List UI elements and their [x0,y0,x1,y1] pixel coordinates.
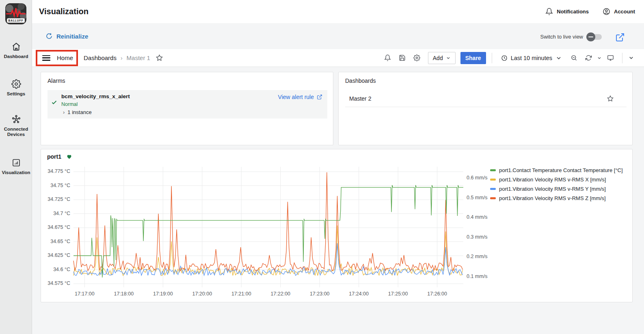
refresh-icon [45,32,53,40]
notifications-button[interactable]: Notifications [545,8,589,15]
chevron-down-icon [446,56,451,60]
y-axis-left-label: 34.625 °C [41,252,70,258]
account-button[interactable]: Account [603,8,635,15]
gear-icon [11,79,21,89]
reinitialize-button[interactable]: Reinitialize [45,32,88,40]
alert-name: bcm_velocity_rms_x_alert [61,93,130,99]
sidebar-item-visualization[interactable]: Visualization [0,158,32,175]
kiosk-mode-button[interactable] [604,52,616,64]
x-axis-label: 17:26:00 [423,291,452,297]
bell-icon [545,8,553,15]
legend-item[interactable]: port1.Vibration Velocity RMS v-RMS Y [mm… [490,184,623,194]
y-axis-right-label: 0.3 mm/s [467,234,487,240]
alarms-panel-title: Alarms [48,78,65,84]
sidebar-item-dashboard[interactable]: Dashboard [0,42,32,59]
add-button[interactable]: Add [428,52,456,64]
share-button[interactable]: Share [460,52,486,64]
zoom-out-time-button[interactable] [568,52,580,64]
time-range-picker[interactable]: Last 10 minutes [498,52,565,64]
y-axis-left-label: 34.7 °C [41,211,70,216]
chevron-down-icon [555,55,562,61]
favorite-star-icon[interactable] [156,54,163,61]
gear-icon [413,54,420,61]
x-axis-label: 17:18:00 [109,291,138,297]
y-axis-right-label: 0.6 mm/s [467,175,487,181]
sidebar-item-label: Connected Devices [0,127,32,137]
alert-rules-button[interactable] [382,52,394,64]
y-axis-right-label: 0.2 mm/s [467,254,487,259]
dashboard-list-item[interactable]: Master 2 [345,90,627,107]
alert-row: bcm_velocity_rms_x_alert Normal › 1 inst… [48,90,327,119]
y-axis-left-label: 34.6 °C [41,267,70,272]
alarms-panel: Alarms bcm_velocity_rms_x_alert Normal ›… [41,72,333,145]
x-axis-label: 17:25:00 [383,291,413,297]
y-axis-left-label: 34.675 °C [41,224,70,230]
breadcrumb-home[interactable]: Home [57,54,73,61]
y-axis-left-label: 34.75 °C [41,183,70,188]
sidebar: BALLUFF Dashboard Settings [0,0,32,334]
page: BALLUFF Dashboard Settings [0,0,644,334]
favorite-star-icon[interactable] [607,95,614,102]
save-dashboard-button[interactable] [396,52,408,64]
grafana-toolbar: Home Dashboards › Master 1 [32,49,644,67]
legend-series-swatch [490,197,496,199]
view-alert-rule-link[interactable]: View alert rule [278,94,322,100]
series-line [73,185,463,278]
breadcrumb-current: Master 1 [127,54,150,61]
y-axis-left-label: 34.575 °C [41,280,70,286]
x-axis-label: 17:20:00 [188,291,217,297]
time-range-label: Last 10 minutes [511,55,552,61]
legend-item[interactable]: port1.Vibration Velocity RMS v-RMS X [mm… [490,175,623,184]
hub-icon [11,114,21,124]
chart-panel-title[interactable]: port1 [47,153,72,160]
open-external-button[interactable] [615,32,625,42]
legend-series-label: port1.Vibration Velocity RMS v-RMS Z [mm… [499,195,606,201]
legend-series-swatch [490,169,496,171]
menu-button[interactable] [42,55,50,61]
sidebar-item-connected-devices[interactable]: Connected Devices [0,114,32,137]
y-axis-left-label: 34.725 °C [41,196,70,202]
series-line [73,226,462,276]
dashboard-settings-button[interactable] [411,52,423,64]
refresh-interval-chevron[interactable] [597,56,602,60]
legend-series-label: port1.Vibration Velocity RMS v-RMS X [mm… [499,177,606,183]
legend-series-swatch [490,188,496,190]
x-axis-label: 17:19:00 [148,291,177,297]
sidebar-item-settings[interactable]: Settings [0,79,32,97]
x-axis-label: 17:17:00 [70,291,99,297]
account-icon [603,8,610,15]
legend-item[interactable]: port1.Contact Temperature Contact Temper… [490,166,623,175]
live-view-toggle[interactable] [587,34,602,40]
legend-series-label: port1.Contact Temperature Contact Temper… [499,167,623,173]
dashboards-panel: Dashboards Master 2 [338,72,633,145]
live-view-label: Switch to live view [540,34,583,40]
toolbar-divider [492,53,492,63]
monitor-icon [607,54,614,61]
logo-text: BALLUFF [7,18,25,23]
chevron-right-icon: › [63,109,65,115]
view-alert-rule-label: View alert rule [278,94,314,100]
check-icon [51,99,57,106]
dashboard-name: Master 2 [349,95,371,102]
bar-chart-icon [11,158,21,168]
toolbar-divider [622,53,622,63]
chart-panel: port1 34.775 °C34.75 °C34.725 °C34.7 °C3… [41,149,633,302]
refresh-dashboard-button[interactable] [582,52,594,64]
series-line [73,243,462,276]
breadcrumb-dashboards[interactable]: Dashboards [84,54,117,61]
legend-item[interactable]: port1.Vibration Velocity RMS v-RMS Z [mm… [490,194,623,203]
share-label: Share [465,55,481,61]
alert-instances-expander[interactable]: › 1 instance [63,109,92,115]
notifications-label: Notifications [557,9,589,15]
add-label: Add [433,55,443,61]
balluff-logo[interactable]: BALLUFF [5,3,26,24]
time-series-plot[interactable] [73,167,463,287]
health-heart-icon [66,154,72,159]
collapse-toolbar-chevron[interactable] [628,55,634,61]
sidebar-item-label: Settings [0,91,32,97]
y-axis-left-label: 34.775 °C [41,168,70,174]
y-axis-right-label: 0.1 mm/s [467,274,487,279]
y-axis-right-label: 0.4 mm/s [467,214,487,220]
home-icon [11,42,21,52]
y-axis-left-label: 34.65 °C [41,239,70,244]
